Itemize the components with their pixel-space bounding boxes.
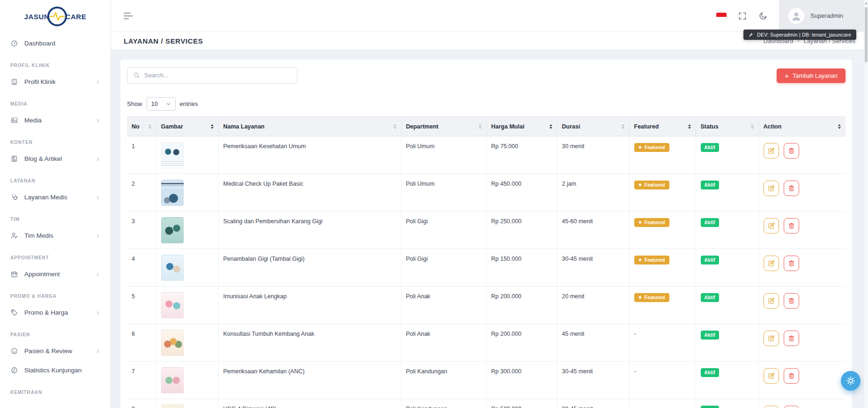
search-input[interactable]: [144, 72, 291, 79]
sidebar-section-profil-klinik: PROFIL KLINIK: [0, 53, 111, 72]
sidebar-item-media[interactable]: Media: [0, 111, 111, 130]
cell-price: Rp 150.000: [486, 249, 557, 287]
cell-service-name: Pemeriksaan Kesehatan Umum: [218, 136, 401, 174]
page-scrollbar[interactable]: ▲: [864, 0, 868, 408]
chevron-right-icon: [95, 272, 100, 277]
delete-button[interactable]: [784, 218, 799, 234]
column-header-gambar[interactable]: Gambar: [156, 117, 218, 136]
column-header-status[interactable]: Status: [696, 117, 758, 136]
sidebar-item-blog-artikel[interactable]: Blog & Artikel: [0, 149, 111, 168]
dark-mode-icon[interactable]: [758, 11, 768, 21]
sidebar-item-label: Profil Klinik: [24, 78, 56, 85]
cell-featured: ★Featured: [629, 212, 696, 249]
column-header-action[interactable]: Action: [758, 117, 846, 136]
sidebar-item-label: Media: [24, 117, 42, 124]
cell-service-name: Pemeriksaan Kehamilan (ANC): [218, 362, 401, 399]
status-badge: Aktif: [701, 256, 719, 264]
delete-button[interactable]: [784, 143, 799, 159]
chevron-down-icon: [166, 101, 171, 106]
cell-service-name: USG 4 Dimensi (4D): [218, 399, 401, 408]
fullscreen-icon[interactable]: [738, 11, 747, 21]
column-header-harga-mulai[interactable]: Harga Mulai: [486, 117, 557, 136]
status-badge: Aktif: [701, 293, 719, 302]
entries-select[interactable]: 10: [147, 97, 176, 111]
sidebar-item-pasien-review[interactable]: Pasien & Review: [0, 341, 111, 361]
action-buttons: [764, 143, 841, 159]
cell-image: [156, 212, 218, 249]
status-badge: Aktif: [701, 331, 719, 340]
column-header-department[interactable]: Department: [401, 117, 486, 136]
page-title: LAYANAN / SERVICES: [124, 37, 203, 45]
sidebar-item-statistics-kunjungan[interactable]: Statistics Kunjungan: [0, 361, 111, 380]
column-header-label: No: [132, 123, 140, 130]
scrollbar-up-arrow-icon[interactable]: ▲: [864, 0, 868, 7]
delete-button[interactable]: [784, 406, 799, 408]
column-header-nama-layanan[interactable]: Nama Layanan: [218, 117, 401, 136]
cell-no: 6: [127, 324, 156, 362]
sidebar-item-dashboard[interactable]: Dashboard: [0, 34, 111, 53]
star-icon: ★: [638, 183, 642, 187]
cell-action: [758, 287, 846, 324]
edit-button[interactable]: [764, 256, 779, 271]
smiley-icon: [10, 347, 18, 355]
featured-badge-label: Featured: [645, 145, 665, 150]
sidebar-item-profil-klinik[interactable]: Profil Klinik: [0, 72, 111, 91]
chevron-right-icon: [95, 348, 100, 354]
table-row: 4Penambalan Gigi (Tambal Gigi)Poli GigiR…: [127, 249, 846, 287]
chevron-right-icon: [95, 118, 100, 123]
sidebar-item-label: Pasien & Review: [24, 348, 72, 355]
cell-service-name: Konsultasi Tumbuh Kembang Anak: [218, 324, 401, 362]
sidebar-item-promo-harga[interactable]: Promo & Harga: [0, 303, 111, 322]
cell-featured: ★Featured: [629, 174, 696, 212]
sidebar-item-appointment[interactable]: Appointment: [0, 264, 111, 284]
edit-button[interactable]: [764, 293, 779, 309]
cell-price: Rp 300.000: [486, 362, 557, 399]
calendar-icon: [10, 270, 18, 278]
sidebar-section-konten: KONTEN: [0, 130, 111, 149]
clinic-building-icon: [10, 78, 18, 86]
delete-button[interactable]: [784, 256, 799, 271]
column-header-featured[interactable]: Featured: [629, 117, 696, 136]
delete-button[interactable]: [784, 181, 799, 196]
cell-featured: -: [629, 362, 696, 399]
status-badge: Aktif: [701, 368, 719, 377]
edit-button[interactable]: [764, 218, 779, 234]
delete-button[interactable]: [784, 293, 799, 309]
column-header-durasi[interactable]: Durasi: [557, 117, 629, 136]
scrollbar-thumb[interactable]: [865, 7, 868, 62]
main-area: Superadmin LAYANAN / SERVICES Dashboard …: [111, 0, 868, 408]
user-menu[interactable]: Superadmin: [779, 0, 868, 31]
sidebar-item-tim-medis[interactable]: Tim Medis: [0, 226, 111, 245]
cell-service-name: Penambalan Gigi (Tambal Gigi): [218, 249, 401, 287]
search-box: [127, 67, 297, 83]
price-tag-icon: [10, 309, 18, 317]
edit-button[interactable]: [764, 143, 779, 159]
edit-button[interactable]: [764, 181, 779, 196]
edit-button[interactable]: [764, 368, 779, 384]
cell-no: 4: [127, 249, 156, 287]
delete-button[interactable]: [784, 331, 799, 346]
edit-button[interactable]: [764, 331, 779, 346]
sidebar-item-layanan-medis[interactable]: Layanan Medis: [0, 188, 111, 207]
cell-department: Poli Umum: [401, 136, 486, 174]
cell-status: Aktif: [696, 249, 758, 287]
cell-service-name: Medical Check Up Paket Basic: [218, 174, 401, 212]
stethoscope-icon: [10, 193, 18, 201]
menu-icon[interactable]: [124, 13, 133, 19]
cell-featured: ★Featured: [629, 287, 696, 324]
search-icon: [133, 72, 140, 79]
table-row: 7Pemeriksaan Kehamilan (ANC)Poli Kandung…: [127, 362, 846, 399]
sidebar-section-promo-harga: PROMO & HARGA: [0, 284, 111, 303]
cell-action: [758, 324, 846, 362]
column-header-no[interactable]: No: [127, 117, 156, 136]
column-header-label: Department: [406, 123, 438, 130]
add-service-button[interactable]: + Tambah Layanan: [777, 68, 846, 83]
delete-button[interactable]: [784, 368, 799, 384]
settings-gear-icon[interactable]: [841, 371, 861, 391]
edit-button[interactable]: [764, 406, 779, 408]
flag-indonesia-icon[interactable]: [716, 13, 727, 19]
entries-label: entries: [180, 100, 198, 107]
cell-image: [156, 249, 218, 287]
cell-featured: [629, 399, 696, 408]
sidebar-item-label: Statistics Kunjungan: [24, 367, 82, 374]
